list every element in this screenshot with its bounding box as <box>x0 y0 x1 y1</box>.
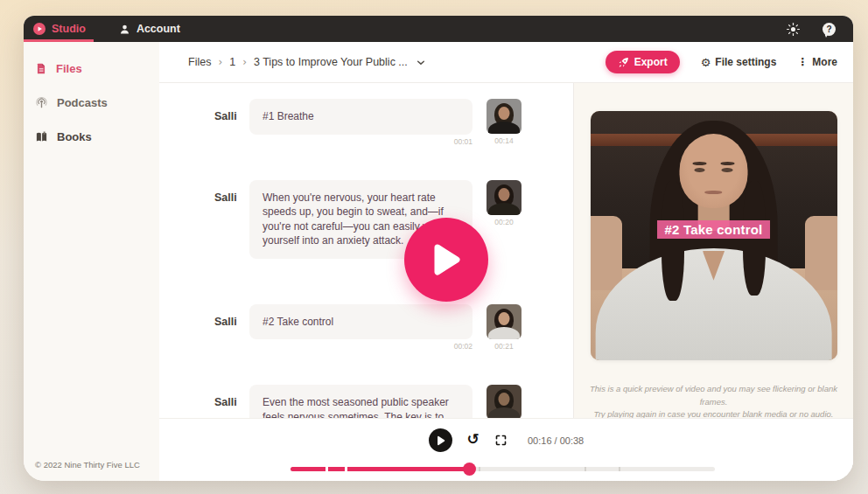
transcript-text: #1 Breathe <box>262 109 459 124</box>
scene-thumbnail[interactable] <box>486 180 522 215</box>
speaker-name[interactable]: Salli <box>214 385 249 408</box>
transcript-row: Salli #2 Take control 00:02 00:21 <box>159 304 573 352</box>
segment-marker <box>619 467 620 471</box>
play-icon <box>430 242 462 277</box>
more-label: More <box>812 56 837 68</box>
transcript-panel: Salli #1 Breathe 00:01 00:14 Salli <box>159 83 574 418</box>
segment-start-time: 00:02 <box>249 342 472 351</box>
scene-thumbnail[interactable] <box>486 99 522 134</box>
tab-account-label: Account <box>136 23 180 35</box>
transcript-text-box[interactable]: #1 Breathe <box>249 99 472 135</box>
sidebar-podcasts-label: Podcasts <box>57 96 108 109</box>
tab-studio-label: Studio <box>52 23 86 35</box>
replay-icon[interactable]: ↺ <box>467 432 480 447</box>
gear-icon: ⚙ <box>701 57 711 68</box>
brightness-icon[interactable] <box>786 22 801 37</box>
segment-marker <box>326 466 328 472</box>
speaker-name[interactable]: Salli <box>214 180 249 204</box>
video-preview-frame[interactable]: #2 Take control <box>591 111 837 360</box>
transcript-row: Salli Even the most seasoned public spea… <box>159 385 573 418</box>
book-icon <box>35 130 48 143</box>
segment-marker <box>345 466 347 472</box>
segment-start-time: 00:01 <box>249 137 472 147</box>
kebab-menu-icon: ⋮ <box>797 57 808 67</box>
transcript-row: Salli #1 Breathe 00:01 00:14 <box>159 99 573 147</box>
disclaimer-line-1: This is a quick preview of video and you… <box>586 383 841 408</box>
help-icon[interactable]: ? <box>822 23 836 36</box>
video-preview-panel: #2 Take control This is a quick preview … <box>574 83 853 418</box>
transcript-text-box[interactable]: #2 Take control <box>249 304 472 340</box>
preview-cushion <box>805 216 837 291</box>
playback-time: 00:16 / 00:38 <box>528 435 584 446</box>
speaker-name[interactable]: Salli <box>214 304 249 328</box>
breadcrumb-file-title[interactable]: 3 Tips to Improve Your Public ... <box>254 56 408 68</box>
rocket-icon <box>618 57 629 68</box>
sidebar-files-label: Files <box>56 62 82 75</box>
transcript-text: Even the most seasoned public speaker fe… <box>262 395 459 418</box>
tab-account[interactable]: Account <box>119 23 180 35</box>
preview-play-overlay-button[interactable] <box>404 218 488 302</box>
breadcrumb-folder[interactable]: 1 <box>229 56 235 68</box>
podcast-icon <box>35 96 48 109</box>
studio-logo-icon <box>33 23 46 35</box>
player-bar: ↺ 00:16 / 00:38 <box>159 418 853 481</box>
scene-duration: 00:20 <box>486 218 522 227</box>
preview-cushion <box>591 216 623 291</box>
file-settings-label: File settings <box>715 56 776 68</box>
copyright-text: © 2022 Nine Thirty Five LLC <box>35 460 140 470</box>
more-button[interactable]: ⋮ More <box>797 56 837 68</box>
chevron-down-icon[interactable] <box>416 59 425 66</box>
preview-person-hair-strand <box>662 181 683 301</box>
sidebar-item-books[interactable]: Books <box>24 128 159 145</box>
breadcrumb-separator: › <box>242 56 247 68</box>
file-icon <box>35 62 47 75</box>
file-settings-button[interactable]: ⚙ File settings <box>701 56 777 68</box>
file-header: Files › 1 › 3 Tips to Improve Your Publi… <box>159 42 853 83</box>
speaker-name[interactable]: Salli <box>214 99 249 122</box>
scene-thumbnail[interactable] <box>486 304 522 339</box>
breadcrumb-files[interactable]: Files <box>188 56 211 68</box>
preview-disclaimer: This is a quick preview of video and you… <box>574 383 853 421</box>
transcript-text-box[interactable]: Even the most seasoned public speaker fe… <box>249 385 472 418</box>
export-button[interactable]: Export <box>606 51 680 73</box>
scene-thumbnail[interactable] <box>486 385 522 418</box>
app-window: Studio Account ? Files Podcasts Books <box>24 16 853 481</box>
person-icon <box>119 24 130 35</box>
play-button[interactable] <box>429 428 452 452</box>
segment-marker <box>584 467 586 471</box>
sidebar-item-files[interactable]: Files <box>24 59 159 77</box>
segment-marker <box>479 467 480 471</box>
export-label: Export <box>634 56 668 68</box>
tab-studio[interactable]: Studio <box>33 23 86 35</box>
fullscreen-icon[interactable] <box>494 434 508 447</box>
sidebar-books-label: Books <box>57 130 92 143</box>
video-caption-overlay: #2 Take control <box>657 220 771 239</box>
seek-bar-progress <box>290 467 469 471</box>
scene-duration: 00:21 <box>486 342 522 351</box>
transcript-row: Salli When you're nervous, your heart ra… <box>159 180 573 271</box>
top-bar: Studio Account ? <box>24 16 853 42</box>
sidebar: Files Podcasts Books © 2022 Nine Thirty … <box>24 42 159 481</box>
playhead-handle[interactable] <box>463 463 476 476</box>
breadcrumb: Files › 1 › 3 Tips to Improve Your Publi… <box>188 56 425 68</box>
transcript-text: #2 Take control <box>262 315 459 330</box>
breadcrumb-separator: › <box>218 56 222 68</box>
seek-bar[interactable] <box>290 467 715 471</box>
sidebar-item-podcasts[interactable]: Podcasts <box>24 94 159 111</box>
scene-duration: 00:14 <box>486 136 522 146</box>
preview-person-face <box>679 134 748 209</box>
